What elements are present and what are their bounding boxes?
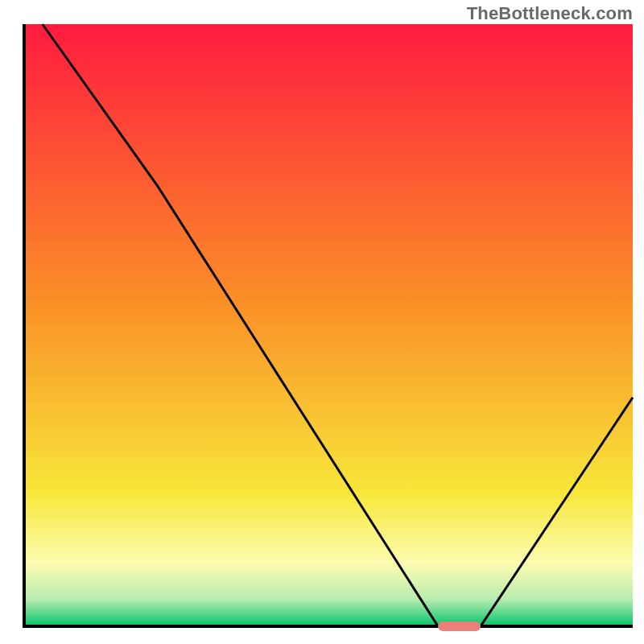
chart-container: TheBottleneck.com	[0, 0, 644, 644]
bottleneck-chart	[0, 0, 644, 644]
optimal-range-marker	[438, 621, 481, 631]
attribution-text: TheBottleneck.com	[467, 3, 633, 24]
